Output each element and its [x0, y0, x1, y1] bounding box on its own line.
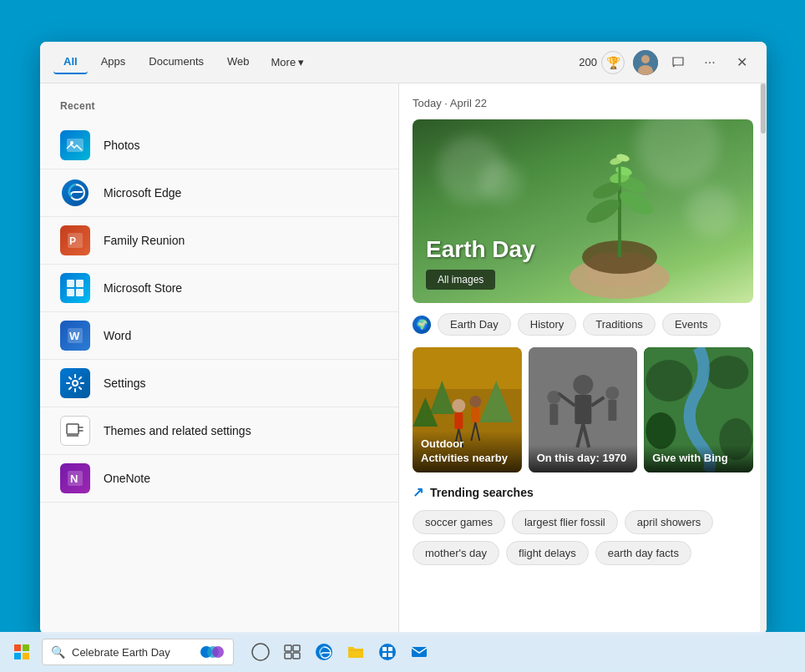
pill-traditions[interactable]: Traditions — [583, 313, 656, 336]
tab-all[interactable]: All — [53, 50, 88, 74]
taskbar-store-icon[interactable] — [372, 637, 402, 667]
close-button[interactable]: ✕ — [730, 51, 753, 74]
dots-icon: ··· — [704, 55, 715, 70]
svg-rect-71 — [293, 645, 300, 651]
pill-events[interactable]: Events — [662, 313, 721, 336]
date-header: Today · April 22 — [413, 97, 753, 109]
svg-point-14 — [73, 381, 78, 386]
cards-row: Outdoor Activities nearby — [413, 347, 753, 472]
feedback-button[interactable] — [666, 51, 690, 74]
card-give[interactable]: Give with Bing — [644, 347, 753, 472]
svg-rect-78 — [382, 653, 387, 657]
settings-icon — [60, 368, 90, 398]
svg-point-54 — [605, 387, 619, 400]
taskbar-mail-icon[interactable] — [404, 637, 434, 667]
svg-point-59 — [707, 356, 749, 389]
score-value: 200 — [579, 56, 597, 68]
bing-logo — [200, 643, 225, 661]
search-bar[interactable]: 🔍 Celebrate Earth Day — [42, 639, 234, 665]
svg-point-69 — [252, 644, 269, 660]
left-panel: Recent Photos — [40, 83, 399, 634]
app-name: Microsoft Store — [104, 281, 182, 295]
svg-rect-42 — [471, 407, 479, 422]
svg-rect-63 — [23, 644, 29, 651]
hero-card[interactable]: Earth Day All images — [413, 119, 753, 303]
list-item[interactable]: W Word — [40, 312, 398, 360]
svg-text:N: N — [70, 472, 78, 485]
list-item[interactable]: Settings — [40, 360, 398, 407]
app-name: Word — [104, 329, 131, 342]
trend-pill[interactable]: largest flier fossil — [512, 510, 618, 534]
trending-label: Trending searches — [430, 486, 534, 499]
trend-pill[interactable]: mother's day — [413, 541, 499, 565]
svg-rect-62 — [14, 644, 21, 651]
trending-header: ↗ Trending searches — [413, 484, 753, 500]
trend-pills-row2: mother's day flight delays earth day fac… — [413, 541, 753, 565]
card-1970[interactable]: On this day: 1970 — [529, 347, 638, 472]
taskbar-explorer-icon[interactable] — [341, 637, 371, 667]
svg-rect-11 — [76, 289, 84, 296]
trend-pill[interactable]: soccer games — [413, 510, 505, 534]
svg-rect-8 — [67, 280, 74, 287]
tab-more[interactable]: More ▾ — [263, 51, 313, 73]
svg-point-75 — [379, 644, 396, 660]
trophy-icon: 🏆 — [601, 51, 625, 74]
app-name: Microsoft Edge — [104, 186, 181, 200]
app-name: Themes and related settings — [104, 424, 251, 437]
pill-earth-day[interactable]: Earth Day — [438, 313, 511, 336]
app-name: OneNote — [104, 472, 150, 485]
chevron-down-icon: ▾ — [298, 56, 304, 68]
list-item[interactable]: N OneNote — [40, 455, 398, 503]
trend-pill[interactable]: april showers — [625, 510, 714, 534]
svg-point-58 — [646, 360, 693, 402]
trend-pill[interactable]: flight delays — [506, 541, 589, 565]
taskbar-taskview-icon[interactable] — [277, 637, 307, 667]
pill-history[interactable]: History — [518, 313, 576, 336]
store-icon — [60, 273, 90, 303]
svg-rect-77 — [388, 647, 392, 651]
bing-score: 200 🏆 — [579, 51, 625, 74]
taskbar: 🔍 Celebrate Earth Day — [0, 632, 805, 672]
list-item[interactable]: P Family Reunion — [40, 217, 398, 265]
topic-pills: 🌍 Earth Day History Traditions Events — [413, 313, 753, 336]
photos-icon — [60, 130, 90, 160]
tab-documents[interactable]: Documents — [139, 50, 214, 74]
svg-rect-72 — [285, 653, 291, 659]
app-name: Settings — [104, 376, 146, 390]
svg-rect-64 — [14, 653, 21, 659]
svg-rect-10 — [67, 289, 74, 296]
svg-point-1 — [641, 55, 650, 63]
user-avatar[interactable] — [633, 50, 658, 75]
trend-pill[interactable]: earth day facts — [595, 541, 691, 565]
close-icon: ✕ — [737, 54, 747, 70]
svg-point-37 — [452, 399, 465, 412]
list-item[interactable]: Photos — [40, 122, 398, 169]
svg-rect-80 — [412, 647, 427, 657]
window-header: All Apps Documents Web More ▾ 200 🏆 — [40, 42, 767, 83]
card-outdoor[interactable]: Outdoor Activities nearby — [413, 347, 522, 472]
svg-point-41 — [469, 396, 481, 407]
svg-rect-9 — [76, 280, 84, 287]
start-button[interactable] — [7, 637, 37, 667]
nav-tabs: All Apps Documents Web More ▾ — [53, 50, 579, 74]
list-item[interactable]: Microsoft Store — [40, 265, 398, 312]
header-right: 200 🏆 ··· ✕ — [579, 50, 753, 75]
edge-icon — [60, 178, 90, 208]
taskbar-search-icon[interactable] — [246, 637, 276, 667]
taskbar-edge-icon[interactable] — [309, 637, 339, 667]
taskbar-icons — [246, 637, 434, 667]
search-window: All Apps Documents Web More ▾ 200 🏆 — [40, 42, 767, 634]
tab-apps[interactable]: Apps — [91, 50, 136, 74]
all-images-button[interactable]: All images — [426, 270, 495, 290]
svg-rect-15 — [67, 424, 78, 434]
list-item[interactable]: Microsoft Edge — [40, 169, 398, 217]
tab-web[interactable]: Web — [217, 50, 260, 74]
recent-label: Recent — [40, 100, 398, 122]
svg-point-52 — [547, 391, 560, 404]
scrollbar-thumb[interactable] — [761, 83, 766, 134]
scrollbar-track — [760, 83, 767, 634]
svg-text:P: P — [69, 235, 76, 247]
list-item[interactable]: Themes and related settings — [40, 407, 398, 455]
svg-point-68 — [212, 646, 224, 658]
more-options-button[interactable]: ··· — [698, 51, 721, 74]
